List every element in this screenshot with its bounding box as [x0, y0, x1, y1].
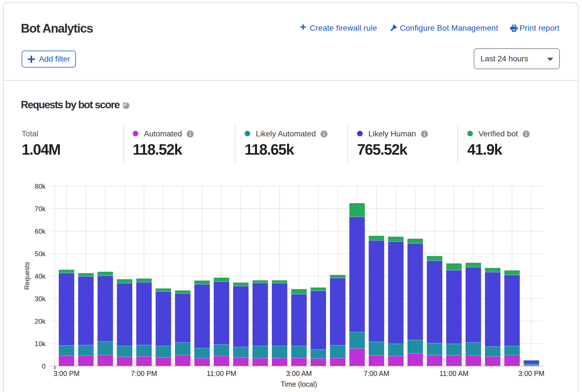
- svg-text:11:00 PM: 11:00 PM: [207, 370, 236, 377]
- svg-text:3:00 AM: 3:00 AM: [286, 370, 312, 377]
- svg-text:3:00 PM: 3:00 PM: [518, 370, 545, 377]
- svg-text:7:00 PM: 7:00 PM: [131, 370, 157, 377]
- svg-text:7:00 AM: 7:00 AM: [364, 370, 389, 377]
- svg-text:60k: 60k: [35, 227, 46, 235]
- svg-text:70k: 70k: [35, 205, 46, 213]
- svg-text:20k: 20k: [35, 317, 46, 325]
- svg-text:30k: 30k: [35, 295, 46, 303]
- svg-text:50k: 50k: [35, 250, 46, 258]
- svg-text:Time (local): Time (local): [281, 380, 317, 388]
- svg-text:0: 0: [42, 362, 46, 370]
- svg-text:40k: 40k: [35, 272, 46, 280]
- svg-text:80k: 80k: [35, 183, 46, 190]
- svg-text:10k: 10k: [35, 340, 46, 348]
- svg-text:11:00 AM: 11:00 AM: [439, 370, 469, 377]
- svg-text:3:00 PM: 3:00 PM: [53, 370, 80, 377]
- svg-text:Requests: Requests: [23, 262, 31, 290]
